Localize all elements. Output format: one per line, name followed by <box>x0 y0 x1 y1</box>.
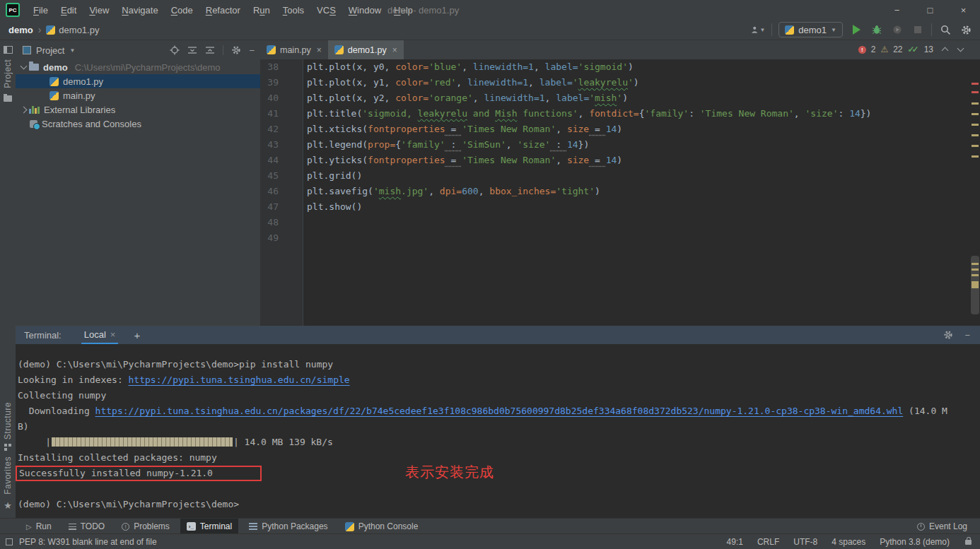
python-icon <box>785 25 794 35</box>
locate-file-icon[interactable] <box>170 45 180 55</box>
strip-label-structure[interactable]: Structure <box>3 402 13 439</box>
chevron-down-icon[interactable] <box>21 63 28 70</box>
terminal-line: || 14.0 MB 139 kB/s <box>18 435 980 450</box>
toolwindow-problems[interactable]: !Problems <box>115 519 176 534</box>
status-4-spaces[interactable]: 4 spaces <box>832 537 865 547</box>
typo-count[interactable]: 13 <box>924 45 933 54</box>
close-icon[interactable]: × <box>110 329 116 340</box>
prev-problem-icon[interactable] <box>942 47 949 54</box>
toolwindow-label: Terminal <box>200 521 232 531</box>
project-toolwindow-icon[interactable] <box>4 46 13 54</box>
menu-edit[interactable]: Edit <box>54 2 83 18</box>
problems-icon: ! <box>122 523 129 531</box>
new-terminal-icon[interactable]: + <box>134 329 140 341</box>
search-icon[interactable] <box>938 23 952 37</box>
error-stripe-mark <box>972 134 979 136</box>
toolwindow-python-console[interactable]: Python Console <box>339 519 425 534</box>
tab-demo1-py[interactable]: demo1.py× <box>328 40 404 59</box>
terminal-line: (demo) C:\Users\mi\PycharmProjects\demo> <box>18 497 980 512</box>
gear-icon[interactable] <box>943 330 953 340</box>
status-message: PEP 8: W391 blank line at end of file <box>0 537 157 547</box>
status-utf-8[interactable]: UTF-8 <box>793 537 817 547</box>
terminal-actions: − <box>943 330 980 341</box>
terminal-panel: Terminal: Local × + − (demo) C:\Users\mi… <box>16 326 980 518</box>
close-icon[interactable]: × <box>317 45 322 55</box>
stop-button[interactable] <box>911 23 925 37</box>
menu-vcs[interactable]: VCS <box>310 2 342 18</box>
error-stripe-mark <box>972 145 979 147</box>
menu-file[interactable]: File <box>27 2 54 18</box>
hide-panel-icon[interactable]: − <box>964 330 970 341</box>
tab-main-py[interactable]: main.py× <box>260 40 328 59</box>
expand-all-icon[interactable] <box>187 45 197 55</box>
maximize-button[interactable]: □ <box>914 0 947 20</box>
hide-panel-icon[interactable]: − <box>249 45 255 56</box>
line-number: 42 <box>260 122 303 137</box>
star-icon[interactable]: ★ <box>4 500 12 511</box>
window-title: demo - demo1.py <box>387 0 459 20</box>
toolwindow-label: Run <box>36 521 52 531</box>
line-number: 38 <box>260 59 303 75</box>
run-configuration-select[interactable]: demo1 ▼ <box>778 22 843 37</box>
user-icon[interactable]: ▼ <box>751 23 765 37</box>
menu-navigate[interactable]: Navigate <box>115 2 164 18</box>
tree-item-external-libraries[interactable]: External Libraries <box>16 102 260 117</box>
tree-item-demo1-py[interactable]: demo1.py <box>16 74 260 88</box>
error-count[interactable]: 2 <box>871 45 876 54</box>
window-controls: − □ × <box>880 0 980 20</box>
error-stripe-mark <box>972 102 979 105</box>
toolwindow-python-packages[interactable]: Python Packages <box>243 519 334 534</box>
project-panel-header: Project ▼ − <box>16 40 260 60</box>
warning-count[interactable]: 22 <box>893 45 902 54</box>
strip-label-project[interactable]: Project <box>3 59 13 88</box>
structure-icon[interactable] <box>4 444 7 447</box>
status-bar: PEP 8: W391 blank line at end of file 49… <box>0 533 980 549</box>
python-icon <box>345 522 354 531</box>
terminal-line <box>18 481 980 497</box>
breadcrumb-file[interactable]: demo1.py <box>46 25 99 35</box>
toolwindow-run[interactable]: ▷Run <box>20 519 58 534</box>
chevron-right-icon[interactable] <box>21 106 28 113</box>
menu-refactor[interactable]: Refactor <box>199 2 247 18</box>
python-file-icon <box>49 91 59 100</box>
folder-icon <box>29 64 39 71</box>
event-log-button[interactable]: Event Log <box>917 521 980 531</box>
status-crlf[interactable]: CRLF <box>757 537 779 547</box>
toolwindow-todo[interactable]: TODO <box>62 519 111 534</box>
code-text: plt.savefig('mish.jpg', dpi=600, bbox_in… <box>303 184 600 199</box>
terminal-tab-local[interactable]: Local × <box>81 326 119 344</box>
folder-icon[interactable] <box>4 95 12 102</box>
debug-button[interactable] <box>870 23 884 37</box>
menu-code[interactable]: Code <box>165 2 199 18</box>
python-file-icon <box>267 45 276 54</box>
tree-item-main-py[interactable]: main.py <box>16 88 260 102</box>
terminal-output[interactable]: (demo) C:\Users\mi\PycharmProjects\demo>… <box>16 344 980 518</box>
terminal-link[interactable]: https://pypi.tuna.tsinghua.edu.cn/simple <box>129 374 350 385</box>
menu-window[interactable]: Window <box>342 2 387 18</box>
tree-item-scratches-and-consoles[interactable]: Scratches and Consoles <box>16 117 260 131</box>
lock-icon[interactable] <box>965 540 972 545</box>
next-problem-icon[interactable] <box>957 45 964 52</box>
run-with-coverage-button[interactable] <box>890 23 904 37</box>
menu-tools[interactable]: Tools <box>276 2 310 18</box>
toolwindow-terminal[interactable]: ›_Terminal <box>180 519 238 534</box>
tree-item-demo[interactable]: demoC:\Users\mi\PycharmProjects\demo <box>16 60 260 74</box>
collapse-all-icon[interactable] <box>205 45 215 55</box>
strip-label-favorites[interactable]: Favorites <box>3 456 13 495</box>
minimize-button[interactable]: − <box>880 0 914 20</box>
breadcrumb-project[interactable]: demo <box>8 25 33 35</box>
close-button[interactable]: × <box>947 0 980 20</box>
menu-view[interactable]: View <box>83 2 115 18</box>
project-panel-title[interactable]: Project ▼ <box>23 45 75 56</box>
status-49-1[interactable]: 49:1 <box>727 537 743 547</box>
error-icon: ! <box>858 46 866 54</box>
close-icon[interactable]: × <box>392 45 397 55</box>
menu-run[interactable]: Run <box>247 2 276 18</box>
project-panel-actions: − <box>170 45 255 56</box>
gear-icon[interactable] <box>231 45 241 55</box>
run-button[interactable] <box>849 23 863 37</box>
settings-gear-icon[interactable] <box>959 23 973 37</box>
error-stripe <box>970 59 980 326</box>
status-python-3-8-demo[interactable]: Python 3.8 (demo) <box>880 537 950 547</box>
terminal-link[interactable]: https://pypi.tuna.tsinghua.edu.cn/packag… <box>95 406 904 416</box>
